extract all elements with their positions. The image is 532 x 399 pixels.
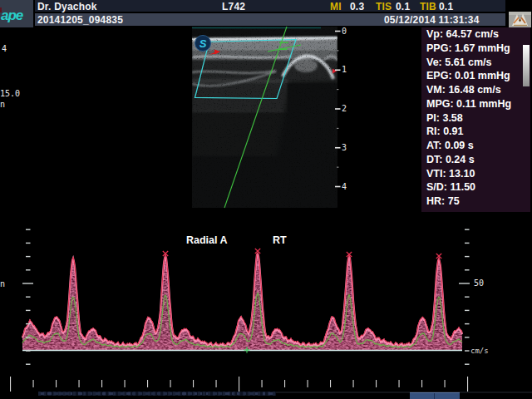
vendor-s-logo: S — [195, 36, 211, 52]
measurement-row: VTI: 13.10 — [421, 167, 530, 181]
left-param-2: 15.0 — [0, 89, 20, 98]
measurement-row: Vp: 64.57 cm/s — [421, 27, 530, 42]
depth-mark-label: 1 — [342, 65, 347, 74]
exam-id: 20141205_094835 — [37, 14, 123, 26]
measurement-row: AT: 0.09 s — [421, 139, 530, 153]
depth-mark-label: 3 — [342, 143, 347, 152]
header-row-2: 20141205_094835 05/12/2014 11:31:34 — [35, 13, 505, 26]
button-divider — [434, 393, 435, 399]
ultrasound-screen: S ape Dr. Dyachok L74 — [0, 0, 532, 399]
measurement-row: DT: 0.24 s — [421, 153, 530, 167]
image-thumbnail[interactable] — [509, 12, 531, 27]
probe-model: L742 — [222, 1, 245, 12]
mi-value: 0.3 — [350, 1, 364, 12]
vessel-annotation[interactable]: Radial A — [186, 234, 228, 246]
status-strip — [38, 392, 276, 396]
header-row-1: Dr. Dyachok L742 MI 0.3 TIS 0.1 TIB 0.1 — [35, 0, 505, 12]
measurement-row: EPG: 0.01 mmHg — [421, 69, 530, 83]
measurement-row: PPG: 1.67 mmHg — [421, 42, 530, 56]
measurement-row: S/D: 11.50 — [421, 180, 530, 195]
datetime: 05/12/2014 11:31:34 — [384, 14, 480, 26]
depth-mark-label: 0 — [342, 27, 347, 36]
spectral-waveform — [22, 233, 462, 353]
left-param-1: 4 — [2, 44, 7, 53]
tib-value: 0.1 — [439, 1, 453, 12]
bmode-image: S — [192, 27, 337, 208]
measurement-row: VM: 16.48 cm/s — [421, 83, 530, 97]
vendor-logo-text: ape — [1, 7, 22, 24]
mi-label: MI — [330, 1, 342, 12]
depth-mark-label: 4 — [342, 182, 347, 191]
scrollbar-thumb[interactable] — [523, 45, 530, 86]
physician-name: Dr. Dyachok — [37, 1, 97, 12]
measurement-row: HR: 75 — [421, 195, 530, 209]
depth-mark-label: 2 — [342, 104, 347, 113]
side-annotation[interactable]: RT — [273, 234, 287, 246]
svg-text:S: S — [200, 37, 207, 50]
vendor-logo-block: ape — [0, 0, 33, 27]
measurement-row: RI: 0.91 — [421, 125, 530, 139]
measurement-row: MPG: 0.11 mmHg — [421, 97, 530, 111]
measurement-row: Ve: 5.61 cm/s — [421, 56, 530, 70]
spectral-left-label: n — [0, 279, 5, 288]
measurement-row: PI: 3.58 — [421, 111, 530, 126]
tis-label: TIS — [376, 1, 392, 12]
bottom-button[interactable] — [410, 392, 460, 399]
tis-value: 0.1 — [396, 1, 410, 12]
left-param-3: n — [0, 100, 5, 109]
time-ruler — [10, 377, 468, 392]
tib-label: TIB — [420, 1, 436, 12]
velocity-unit-label: cm/s — [470, 347, 489, 355]
measurement-panel: Vp: 64.57 cm/sPPG: 1.67 mmHgVe: 5.61 cm/… — [421, 27, 530, 212]
velocity-scale-value: 50 — [474, 278, 484, 288]
